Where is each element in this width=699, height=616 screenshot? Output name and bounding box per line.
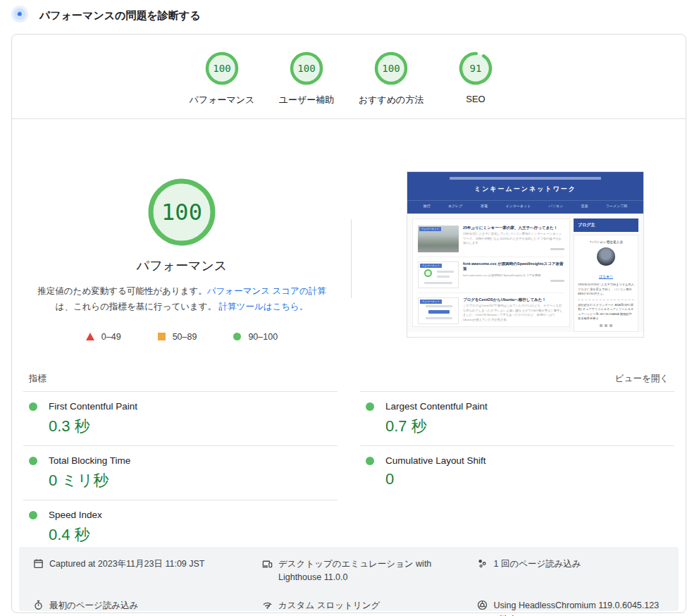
category-scores-row: 100 パフォーマンス 100 ユーザー補助 100 おすすめ: [12, 51, 686, 106]
pass-dot-icon: [29, 402, 37, 411]
legend-average: 50–89: [158, 332, 197, 342]
sidebar-profile-box: ＊パソコン通信老人会 ぱる★☆ 1992年10月3日に八王子で始まり今も個人ブロ…: [574, 235, 638, 332]
score-label: SEO: [466, 94, 485, 104]
score-gauge-seo[interactable]: 91 SEO: [433, 51, 518, 106]
chromium-info: Using HeadlessChromium 119.0.6045.123 wi…: [477, 599, 664, 616]
score-label: おすすめの方法: [359, 94, 424, 106]
chromium-icon: [477, 599, 488, 616]
blog-article: インターネット ブログをCentOSからUbuntuへ移行してみた！ このブログ…: [418, 293, 564, 327]
blog-nav-item: 旅行: [423, 204, 431, 208]
disclaimer-text-1: 推定値のため変動する可能性があります。: [37, 286, 206, 296]
performance-summary-section: 100 パフォーマンス 推定値のため変動する可能性があります。パフォーマンス ス…: [12, 119, 686, 367]
article-photo: インターネット: [418, 226, 459, 252]
legend-range: 50–89: [173, 332, 197, 342]
sidebar-bio-2: 旅行好きのエクランオーナ ANA派(SFC保有) キュアプリズム＆キュアドリーム…: [578, 303, 634, 321]
metric-value: 0 ミリ秒: [49, 470, 332, 491]
blog-article: インターネット 25年ぶりにミンキー一家の家、八王子へ行ってきた！ 1992年頃…: [418, 221, 564, 257]
samples-info: 1 回のページ読み込み: [477, 558, 664, 585]
calendar-icon: [33, 558, 44, 585]
performance-compass-icon: [11, 6, 28, 25]
mini-bar: [426, 305, 452, 307]
blog-article-list: インターネット 25年ぶりにミンキー一家の家、八王子へ行ってきた！ 1992年頃…: [412, 218, 570, 327]
samples-text: 1 回のページ読み込み: [493, 558, 581, 585]
metric-fcp: First Contentful Paint 0.3 秒: [23, 392, 338, 446]
blog-article: インターネット font-awesome.css が原因時のSpeedInsig…: [418, 257, 564, 293]
metrics-title: 指標: [29, 373, 47, 385]
blog-nav-item: 音楽: [581, 204, 588, 208]
blog-sidebar: ブログ主 ＊パソコン通信老人会 ぱる★☆ 1992年10月3日に八王子で始まり今…: [574, 218, 638, 327]
blog-body: インターネット 25年ぶりにミンキー一家の家、八王子へ行ってきた！ 1992年頃…: [407, 214, 643, 332]
metric-value: 0: [385, 470, 669, 488]
metrics-header-left: 指標: [23, 367, 338, 392]
score-label: パフォーマンス: [190, 94, 255, 106]
metric-value: 0.3 秒: [49, 416, 332, 437]
lighthouse-report-card: 100 パフォーマンス 100 ユーザー補助 100 おすすめ: [11, 34, 686, 613]
metric-speed-index: Speed Index 0.4 秒: [23, 500, 338, 554]
throttling-text: カスタム スロットリング: [278, 599, 380, 616]
throttling-info: カスタム スロットリング: [262, 599, 469, 616]
blog-nav-item: インターネット: [505, 204, 531, 208]
article-category-badge: インターネット: [420, 264, 442, 268]
article-date-bar: [550, 280, 564, 282]
network-throttling-icon: [262, 599, 273, 616]
score-gauge-performance[interactable]: 100 パフォーマンス: [180, 51, 264, 106]
score-calc-link[interactable]: パフォーマンス スコアの計算: [207, 286, 326, 296]
stopwatch-icon: [33, 599, 44, 616]
blog-nav-item: パソコン: [549, 204, 563, 208]
performance-score-value: 100: [148, 178, 216, 246]
article-title: font-awesome.css が原因時のSpeedInsightsスコア改善…: [463, 261, 564, 272]
sidebar-bio-1: 1992年10月3日に八王子で始まり今も個人ブログに形を変えて続く、パソコン通信…: [578, 283, 634, 297]
legend-fail: 0–49: [86, 332, 121, 342]
legend-range: 0–49: [101, 332, 121, 342]
metric-name: Speed Index: [49, 510, 102, 520]
metrics-right-column: ビューを開く Largest Contentful Paint 0.7 秒 Cu…: [360, 367, 674, 554]
sidebar-author-link: ぱる★☆: [599, 274, 613, 278]
metric-name: First Contentful Paint: [49, 401, 137, 412]
page-title: パフォーマンスの問題を診断する: [39, 9, 201, 23]
article-category-badge: インターネット: [420, 300, 442, 304]
metric-value: 0.7 秒: [385, 416, 669, 437]
legend-pass: 90–100: [233, 332, 278, 342]
pass-circle-icon: [233, 333, 241, 340]
emulation-text: デスクトップのエミュレーション with Lighthouse 11.0.0: [278, 558, 469, 585]
score-label: ユーザー補助: [279, 94, 335, 106]
score-disclaimer: 推定値のため変動する可能性があります。パフォーマンス スコアの計算は、これらの指…: [34, 284, 330, 315]
emulation-devices-icon: [262, 558, 273, 585]
metric-cls: Cumulative Layout Shift 0: [360, 446, 674, 497]
score-value: 100: [374, 51, 408, 85]
article-text: ブログをCentOSからUbuntuへ移行してみた！ このブログはCentOS7…: [463, 297, 564, 324]
blog-site-title: ミンキームーンネットワーク: [407, 185, 643, 200]
mini-bar: [424, 282, 452, 284]
sidebar-avatar: [597, 247, 615, 266]
sidebar-club-label: ＊パソコン通信老人会: [578, 240, 634, 244]
metrics-left-column: 指標 First Contentful Paint 0.3 秒 Total Bl…: [23, 367, 338, 554]
first-load-text: 最初のページ読み込み: [49, 599, 138, 616]
score-value: 100: [205, 51, 239, 85]
performance-score-label: パフォーマンス: [12, 257, 352, 274]
article-category-badge: インターネット: [419, 227, 441, 231]
final-screenshot-thumbnail: ミンキームーンネットワーク 旅行 エクレグ 家電 インターネット パソコン 音楽…: [407, 171, 644, 338]
average-square-icon: [158, 333, 166, 340]
article-text: 25年ぶりにミンキー一家の家、八王子へ行ってきた！ 1992年頃に八王子に存在し…: [463, 226, 564, 252]
expand-view-button[interactable]: ビューを開く: [615, 373, 669, 385]
calculator-link[interactable]: 計算ツールはこちら。: [219, 302, 309, 312]
fail-triangle-icon: [86, 333, 94, 340]
metrics-header-right: ビューを開く: [360, 367, 674, 392]
metric-tbt: Total Blocking Time 0 ミリ秒: [23, 446, 338, 500]
capture-time-text: Captured at 2023年11月23日 11:09 JST: [49, 558, 205, 585]
mini-button: [428, 310, 450, 314]
article-title: ブログをCentOSからUbuntuへ移行してみた！: [463, 297, 564, 302]
metric-value: 0.4 秒: [49, 524, 332, 546]
score-value: 100: [290, 51, 323, 85]
score-gauge-accessibility[interactable]: 100 ユーザー補助: [264, 51, 349, 106]
score-legend: 0–49 50–89 90–100: [12, 332, 352, 342]
article-thumb: インターネット: [418, 261, 459, 288]
article-excerpt: 1992年頃に八王子に存在していたパソコン通信のミンキームーンネットワーク。当時…: [463, 232, 564, 245]
score-gauge-best-practices[interactable]: 100 おすすめの方法: [349, 51, 433, 106]
capture-time: Captured at 2023年11月23日 11:09 JST: [33, 558, 254, 585]
article-date-bar: [550, 248, 564, 250]
metric-lcp: Largest Contentful Paint 0.7 秒: [360, 392, 674, 446]
performance-score-gauge: 100: [148, 178, 216, 246]
mini-bar: [437, 276, 450, 278]
article-thumb: インターネット: [418, 297, 459, 324]
